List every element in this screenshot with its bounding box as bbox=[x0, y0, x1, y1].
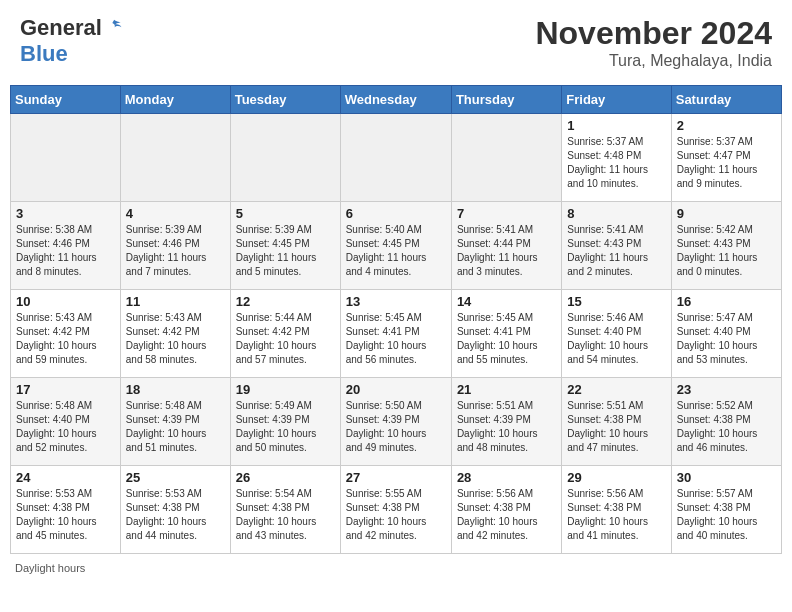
calendar-cell: 12Sunrise: 5:44 AM Sunset: 4:42 PM Dayli… bbox=[230, 290, 340, 378]
day-number: 23 bbox=[677, 382, 776, 397]
calendar-header-tuesday: Tuesday bbox=[230, 86, 340, 114]
calendar-cell: 23Sunrise: 5:52 AM Sunset: 4:38 PM Dayli… bbox=[671, 378, 781, 466]
day-info: Sunrise: 5:55 AM Sunset: 4:38 PM Dayligh… bbox=[346, 487, 446, 543]
day-number: 2 bbox=[677, 118, 776, 133]
calendar-cell: 20Sunrise: 5:50 AM Sunset: 4:39 PM Dayli… bbox=[340, 378, 451, 466]
calendar-cell: 29Sunrise: 5:56 AM Sunset: 4:38 PM Dayli… bbox=[562, 466, 671, 554]
location: Tura, Meghalaya, India bbox=[535, 52, 772, 70]
calendar-cell: 21Sunrise: 5:51 AM Sunset: 4:39 PM Dayli… bbox=[451, 378, 561, 466]
calendar-header-monday: Monday bbox=[120, 86, 230, 114]
day-info: Sunrise: 5:39 AM Sunset: 4:45 PM Dayligh… bbox=[236, 223, 335, 279]
calendar-header-friday: Friday bbox=[562, 86, 671, 114]
day-number: 14 bbox=[457, 294, 556, 309]
day-info: Sunrise: 5:47 AM Sunset: 4:40 PM Dayligh… bbox=[677, 311, 776, 367]
day-number: 4 bbox=[126, 206, 225, 221]
calendar-cell: 3Sunrise: 5:38 AM Sunset: 4:46 PM Daylig… bbox=[11, 202, 121, 290]
calendar-table: SundayMondayTuesdayWednesdayThursdayFrid… bbox=[10, 85, 782, 554]
day-info: Sunrise: 5:57 AM Sunset: 4:38 PM Dayligh… bbox=[677, 487, 776, 543]
calendar-header-saturday: Saturday bbox=[671, 86, 781, 114]
calendar-cell: 22Sunrise: 5:51 AM Sunset: 4:38 PM Dayli… bbox=[562, 378, 671, 466]
day-info: Sunrise: 5:42 AM Sunset: 4:43 PM Dayligh… bbox=[677, 223, 776, 279]
day-info: Sunrise: 5:44 AM Sunset: 4:42 PM Dayligh… bbox=[236, 311, 335, 367]
day-number: 19 bbox=[236, 382, 335, 397]
logo-general-text: General bbox=[20, 15, 102, 41]
calendar-cell bbox=[11, 114, 121, 202]
day-number: 7 bbox=[457, 206, 556, 221]
day-number: 30 bbox=[677, 470, 776, 485]
calendar-cell: 30Sunrise: 5:57 AM Sunset: 4:38 PM Dayli… bbox=[671, 466, 781, 554]
day-info: Sunrise: 5:52 AM Sunset: 4:38 PM Dayligh… bbox=[677, 399, 776, 455]
calendar-cell: 16Sunrise: 5:47 AM Sunset: 4:40 PM Dayli… bbox=[671, 290, 781, 378]
calendar-week-row: 3Sunrise: 5:38 AM Sunset: 4:46 PM Daylig… bbox=[11, 202, 782, 290]
calendar-cell: 10Sunrise: 5:43 AM Sunset: 4:42 PM Dayli… bbox=[11, 290, 121, 378]
calendar-cell: 13Sunrise: 5:45 AM Sunset: 4:41 PM Dayli… bbox=[340, 290, 451, 378]
calendar-cell: 9Sunrise: 5:42 AM Sunset: 4:43 PM Daylig… bbox=[671, 202, 781, 290]
day-info: Sunrise: 5:37 AM Sunset: 4:48 PM Dayligh… bbox=[567, 135, 665, 191]
day-number: 13 bbox=[346, 294, 446, 309]
calendar-cell: 19Sunrise: 5:49 AM Sunset: 4:39 PM Dayli… bbox=[230, 378, 340, 466]
day-info: Sunrise: 5:41 AM Sunset: 4:43 PM Dayligh… bbox=[567, 223, 665, 279]
day-number: 22 bbox=[567, 382, 665, 397]
calendar-week-row: 10Sunrise: 5:43 AM Sunset: 4:42 PM Dayli… bbox=[11, 290, 782, 378]
day-number: 21 bbox=[457, 382, 556, 397]
calendar-week-row: 17Sunrise: 5:48 AM Sunset: 4:40 PM Dayli… bbox=[11, 378, 782, 466]
day-number: 27 bbox=[346, 470, 446, 485]
day-number: 25 bbox=[126, 470, 225, 485]
calendar-cell: 27Sunrise: 5:55 AM Sunset: 4:38 PM Dayli… bbox=[340, 466, 451, 554]
month-title: November 2024 bbox=[535, 15, 772, 52]
day-number: 17 bbox=[16, 382, 115, 397]
calendar-cell: 6Sunrise: 5:40 AM Sunset: 4:45 PM Daylig… bbox=[340, 202, 451, 290]
day-number: 1 bbox=[567, 118, 665, 133]
day-info: Sunrise: 5:56 AM Sunset: 4:38 PM Dayligh… bbox=[567, 487, 665, 543]
calendar-cell: 15Sunrise: 5:46 AM Sunset: 4:40 PM Dayli… bbox=[562, 290, 671, 378]
page-header: General Blue November 2024 Tura, Meghala… bbox=[10, 10, 782, 75]
calendar-cell: 1Sunrise: 5:37 AM Sunset: 4:48 PM Daylig… bbox=[562, 114, 671, 202]
calendar-header-thursday: Thursday bbox=[451, 86, 561, 114]
calendar-cell: 7Sunrise: 5:41 AM Sunset: 4:44 PM Daylig… bbox=[451, 202, 561, 290]
day-number: 6 bbox=[346, 206, 446, 221]
day-info: Sunrise: 5:41 AM Sunset: 4:44 PM Dayligh… bbox=[457, 223, 556, 279]
calendar-cell bbox=[230, 114, 340, 202]
calendar-cell: 18Sunrise: 5:48 AM Sunset: 4:39 PM Dayli… bbox=[120, 378, 230, 466]
day-info: Sunrise: 5:49 AM Sunset: 4:39 PM Dayligh… bbox=[236, 399, 335, 455]
calendar-cell: 4Sunrise: 5:39 AM Sunset: 4:46 PM Daylig… bbox=[120, 202, 230, 290]
day-info: Sunrise: 5:54 AM Sunset: 4:38 PM Dayligh… bbox=[236, 487, 335, 543]
day-info: Sunrise: 5:45 AM Sunset: 4:41 PM Dayligh… bbox=[457, 311, 556, 367]
day-info: Sunrise: 5:50 AM Sunset: 4:39 PM Dayligh… bbox=[346, 399, 446, 455]
calendar-cell bbox=[340, 114, 451, 202]
calendar-cell: 25Sunrise: 5:53 AM Sunset: 4:38 PM Dayli… bbox=[120, 466, 230, 554]
day-number: 11 bbox=[126, 294, 225, 309]
day-number: 18 bbox=[126, 382, 225, 397]
footer-note: Daylight hours bbox=[10, 562, 782, 574]
day-number: 26 bbox=[236, 470, 335, 485]
title-section: November 2024 Tura, Meghalaya, India bbox=[535, 15, 772, 70]
calendar-cell: 14Sunrise: 5:45 AM Sunset: 4:41 PM Dayli… bbox=[451, 290, 561, 378]
day-info: Sunrise: 5:48 AM Sunset: 4:39 PM Dayligh… bbox=[126, 399, 225, 455]
day-number: 12 bbox=[236, 294, 335, 309]
logo-blue-text: Blue bbox=[20, 41, 68, 67]
day-number: 16 bbox=[677, 294, 776, 309]
calendar-header-sunday: Sunday bbox=[11, 86, 121, 114]
day-number: 20 bbox=[346, 382, 446, 397]
logo: General Blue bbox=[20, 15, 124, 67]
day-info: Sunrise: 5:53 AM Sunset: 4:38 PM Dayligh… bbox=[126, 487, 225, 543]
day-number: 24 bbox=[16, 470, 115, 485]
day-number: 10 bbox=[16, 294, 115, 309]
daylight-hours-label: Daylight hours bbox=[15, 562, 85, 574]
day-info: Sunrise: 5:45 AM Sunset: 4:41 PM Dayligh… bbox=[346, 311, 446, 367]
day-number: 8 bbox=[567, 206, 665, 221]
calendar-header-row: SundayMondayTuesdayWednesdayThursdayFrid… bbox=[11, 86, 782, 114]
day-number: 9 bbox=[677, 206, 776, 221]
calendar-cell: 26Sunrise: 5:54 AM Sunset: 4:38 PM Dayli… bbox=[230, 466, 340, 554]
calendar-cell: 17Sunrise: 5:48 AM Sunset: 4:40 PM Dayli… bbox=[11, 378, 121, 466]
calendar-cell: 5Sunrise: 5:39 AM Sunset: 4:45 PM Daylig… bbox=[230, 202, 340, 290]
calendar-cell bbox=[451, 114, 561, 202]
day-info: Sunrise: 5:56 AM Sunset: 4:38 PM Dayligh… bbox=[457, 487, 556, 543]
calendar-cell: 2Sunrise: 5:37 AM Sunset: 4:47 PM Daylig… bbox=[671, 114, 781, 202]
day-number: 15 bbox=[567, 294, 665, 309]
calendar-cell: 28Sunrise: 5:56 AM Sunset: 4:38 PM Dayli… bbox=[451, 466, 561, 554]
day-info: Sunrise: 5:53 AM Sunset: 4:38 PM Dayligh… bbox=[16, 487, 115, 543]
calendar-cell: 8Sunrise: 5:41 AM Sunset: 4:43 PM Daylig… bbox=[562, 202, 671, 290]
day-info: Sunrise: 5:51 AM Sunset: 4:39 PM Dayligh… bbox=[457, 399, 556, 455]
day-info: Sunrise: 5:51 AM Sunset: 4:38 PM Dayligh… bbox=[567, 399, 665, 455]
